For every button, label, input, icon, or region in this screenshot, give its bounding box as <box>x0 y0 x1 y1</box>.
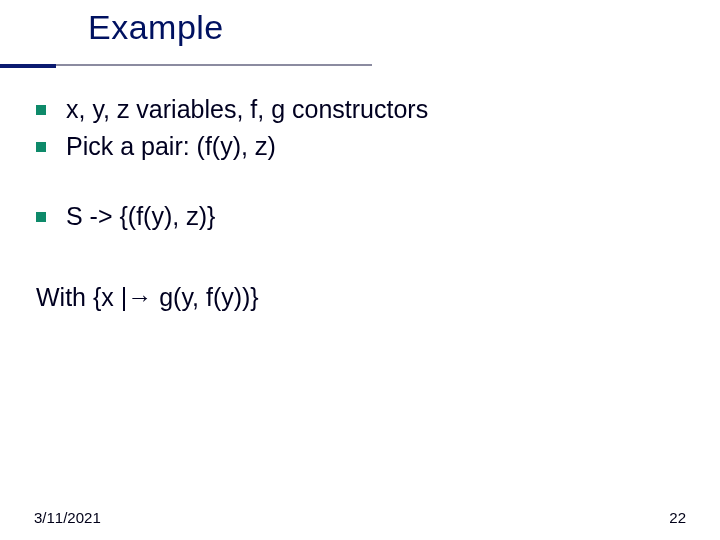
bullet-text: S -> {(f(y), z)} <box>66 199 215 234</box>
title-area: Example <box>0 8 720 47</box>
slide-body: x, y, z variables, f, g constructors Pic… <box>36 92 684 314</box>
footer-page-number: 22 <box>669 509 686 526</box>
title-underline-accent <box>0 64 56 68</box>
bullet-text: x, y, z variables, f, g constructors <box>66 92 428 127</box>
bullet-text: Pick a pair: (f(y), z) <box>66 129 276 164</box>
bullet-icon <box>36 105 46 115</box>
footer-date: 3/11/2021 <box>34 509 101 526</box>
slide-title: Example <box>88 8 720 47</box>
bullet-item: S -> {(f(y), z)} <box>36 199 684 234</box>
bullet-item: x, y, z variables, f, g constructors <box>36 92 684 127</box>
footer: 3/11/2021 22 <box>34 509 686 526</box>
bullet-icon <box>36 142 46 152</box>
bullet-icon <box>36 212 46 222</box>
title-underline <box>56 64 372 66</box>
bullet-item: Pick a pair: (f(y), z) <box>36 129 684 164</box>
with-substitution-line: With {x |→ g(y, f(y))} <box>36 280 684 315</box>
